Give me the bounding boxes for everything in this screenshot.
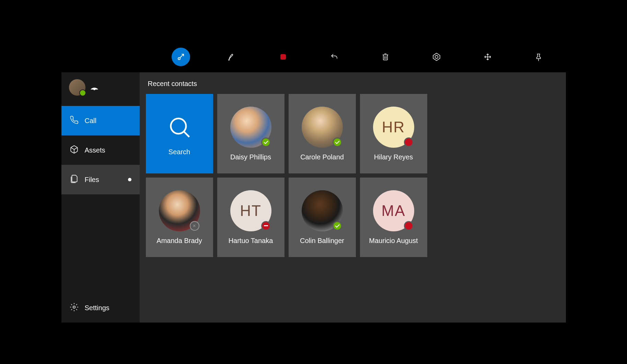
sidebar-item-assets[interactable]: Assets (61, 135, 140, 165)
contact-name: Amanda Brady (156, 237, 202, 245)
avatar-initials: MA (382, 202, 406, 219)
nav-label: Files (85, 176, 99, 184)
target-button[interactable] (427, 48, 446, 66)
svg-marker-2 (433, 53, 440, 61)
contact-tile[interactable]: HRHilary Reyes (360, 94, 427, 173)
contact-name: Hartuo Tanaka (229, 237, 273, 245)
collapse-button[interactable] (172, 48, 190, 66)
avatar-initials: HT (240, 202, 262, 219)
contact-name: Hilary Reyes (374, 153, 413, 161)
contact-tile[interactable]: Amanda Brady (146, 178, 213, 257)
section-title: Recent contacts (148, 80, 560, 88)
profile-area[interactable] (61, 72, 140, 106)
delete-button[interactable] (376, 48, 395, 66)
svg-line-7 (184, 131, 189, 137)
presence-busy-icon (404, 137, 414, 147)
svg-point-3 (435, 56, 438, 59)
sidebar-item-call[interactable]: Call (61, 106, 140, 135)
contact-avatar: HT (230, 190, 271, 231)
svg-rect-1 (280, 54, 286, 60)
search-icon (164, 112, 195, 143)
move-button[interactable] (478, 48, 497, 66)
svg-point-4 (94, 89, 95, 90)
system-toolbar (61, 41, 566, 72)
contact-avatar: MA (373, 190, 414, 231)
search-label: Search (169, 148, 190, 156)
notification-dot (128, 178, 131, 181)
presence-available-icon (333, 221, 342, 231)
sidebar: CallAssetsFiles Settings (61, 72, 140, 323)
presence-busy-icon (404, 221, 414, 231)
user-avatar[interactable] (69, 79, 85, 96)
nav-label: Call (85, 117, 96, 125)
contact-tile[interactable]: HTHartuo Tanaka (217, 178, 285, 257)
files-icon (70, 174, 79, 185)
contact-name: Daisy Phillips (230, 153, 271, 161)
contact-name: Mauricio August (369, 237, 418, 245)
signal-icon (90, 83, 98, 92)
svg-point-6 (171, 118, 186, 133)
phone-icon (70, 116, 79, 126)
svg-point-5 (73, 306, 75, 308)
settings-label: Settings (85, 304, 109, 312)
pen-button[interactable] (223, 48, 241, 66)
contact-avatar (159, 190, 200, 231)
contact-name: Carole Poland (300, 153, 344, 161)
presence-available-icon (333, 137, 342, 147)
pin-button[interactable] (530, 48, 548, 66)
search-tile[interactable]: Search (146, 94, 213, 173)
avatar-initials: HR (382, 119, 405, 136)
gear-icon (70, 303, 79, 313)
contact-tile[interactable]: Daisy Phillips (217, 94, 285, 173)
box-icon (70, 145, 79, 156)
sidebar-item-files[interactable]: Files (61, 165, 140, 194)
stop-button[interactable] (274, 48, 292, 66)
contact-name: Colin Ballinger (300, 237, 344, 245)
svg-point-0 (178, 58, 180, 60)
presence-available-icon (261, 137, 271, 147)
nav-label: Assets (85, 146, 105, 154)
contact-avatar: HR (373, 107, 414, 148)
presence-dnd-icon (261, 221, 271, 231)
contact-tile[interactable]: Carole Poland (289, 94, 356, 173)
contact-avatar (302, 190, 343, 231)
contact-avatar (230, 107, 271, 148)
content-area: Recent contacts SearchDaisy PhillipsCaro… (140, 72, 566, 323)
presence-offline-icon (190, 221, 199, 231)
contact-tile[interactable]: MAMauricio August (360, 178, 427, 257)
undo-button[interactable] (325, 48, 344, 66)
contact-tile[interactable]: Colin Ballinger (289, 178, 356, 257)
contact-avatar (302, 107, 343, 148)
sidebar-item-settings[interactable]: Settings (61, 293, 140, 323)
